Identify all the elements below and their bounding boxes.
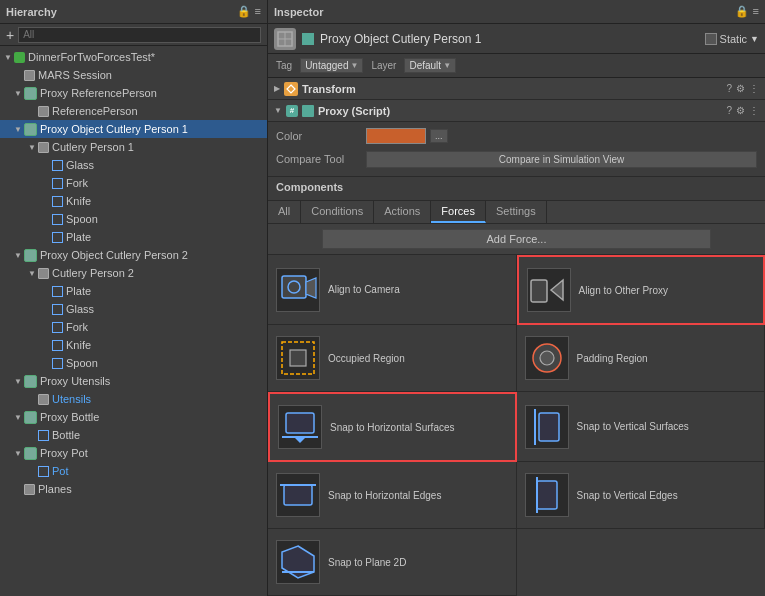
tree-item-plate2[interactable]: Plate [0, 282, 267, 300]
proxy-body: Color ... Compare Tool Compare in Simula… [268, 122, 765, 177]
tree-item-spoon2[interactable]: Spoon [0, 354, 267, 372]
transform-header[interactable]: ▶ Transform ? ⚙ ⋮ [268, 78, 765, 100]
hierarchy-header: Hierarchy 🔒 ≡ [0, 0, 267, 24]
force-item-align-proxy[interactable]: Align to Other Proxy [517, 255, 766, 325]
tree-label: Proxy Object Cutlery Person 2 [40, 249, 188, 261]
tag-layer-bar: Tag Untagged ▼ Layer Default ▼ [268, 54, 765, 78]
force-item-snap-vert-edges[interactable]: Snap to Vertical Edges [517, 462, 766, 529]
force-label-padding-region: Padding Region [577, 352, 648, 365]
static-dropdown[interactable]: ▼ [750, 34, 759, 44]
force-item-snap-horiz-edges[interactable]: Snap to Horizontal Edges [268, 462, 517, 529]
tree-item-fork1[interactable]: Fork [0, 174, 267, 192]
tree-item-pot[interactable]: Pot [0, 462, 267, 480]
force-item-snap-horizontal[interactable]: Snap to Horizontal Surfaces [268, 392, 517, 462]
settings-icon2[interactable]: ⚙ [736, 105, 745, 116]
object-name: Proxy Object Cutlery Person 1 [320, 32, 699, 46]
active-checkbox[interactable] [302, 33, 314, 45]
tree-label: Plate [66, 285, 91, 297]
tag-value: Untagged [305, 60, 348, 71]
components-label: Components [276, 181, 757, 193]
tab-settings[interactable]: Settings [486, 201, 547, 223]
tree-item-glass1[interactable]: Glass [0, 156, 267, 174]
tree-item-spoon1[interactable]: Spoon [0, 210, 267, 228]
tree-item-fork2[interactable]: Fork [0, 318, 267, 336]
svg-rect-9 [290, 350, 306, 366]
tree-item-proxybottle[interactable]: ▼Proxy Bottle [0, 408, 267, 426]
tab-conditions[interactable]: Conditions [301, 201, 374, 223]
inspector-top-bar: Proxy Object Cutlery Person 1 Static ▼ [268, 24, 765, 54]
layer-value: Default [409, 60, 441, 71]
tree-item-bottle[interactable]: Bottle [0, 426, 267, 444]
hierarchy-tree: ▼DinnerForTwoForcesTest*MARS Session▼Pro… [0, 46, 267, 596]
force-label-snap-vertical-surf: Snap to Vertical Surfaces [577, 420, 689, 433]
add-force-row: Add Force... [268, 224, 765, 255]
tag-arrow: ▼ [351, 61, 359, 70]
tree-item-planes[interactable]: Planes [0, 480, 267, 498]
search-input[interactable] [18, 27, 261, 43]
force-item-padding-region[interactable]: Padding Region [517, 325, 766, 392]
svg-marker-7 [551, 280, 563, 300]
svg-rect-15 [539, 413, 559, 441]
tree-label: MARS Session [38, 69, 112, 81]
static-checkbox[interactable] [705, 33, 717, 45]
menu-dots[interactable]: ⋮ [749, 83, 759, 94]
inspector-header: Inspector 🔒 ≡ [268, 0, 765, 24]
hierarchy-title: Hierarchy [6, 6, 57, 18]
game-object-icon [274, 28, 296, 50]
tree-item-mars[interactable]: MARS Session [0, 66, 267, 84]
tree-item-cutlery2[interactable]: ▼Cutlery Person 2 [0, 264, 267, 282]
tree-item-dinner[interactable]: ▼DinnerForTwoForcesTest* [0, 48, 267, 66]
tag-label: Tag [276, 60, 292, 71]
tree-item-glass2[interactable]: Glass [0, 300, 267, 318]
tree-item-knife2[interactable]: Knife [0, 336, 267, 354]
menu-dots2[interactable]: ⋮ [749, 105, 759, 116]
tree-label: Pot [52, 465, 69, 477]
force-thumb-snap-plane-2d [276, 540, 320, 584]
tree-item-refperson[interactable]: ▼Proxy ReferencePerson [0, 84, 267, 102]
force-item-occupied-region[interactable]: Occupied Region [268, 325, 517, 392]
transform-controls: ? ⚙ ⋮ [726, 83, 759, 94]
proxy-script-header[interactable]: ▼ # Proxy (Script) ? ⚙ ⋮ [268, 100, 765, 122]
lock-icon[interactable]: 🔒 [237, 5, 251, 18]
tree-item-refperson2[interactable]: ReferencePerson [0, 102, 267, 120]
tree-item-proxy1[interactable]: ▼Proxy Object Cutlery Person 1 [0, 120, 267, 138]
tab-forces[interactable]: Forces [431, 201, 486, 223]
force-item-align-camera[interactable]: Align to Camera [268, 255, 517, 325]
lock-icon[interactable]: 🔒 [735, 5, 749, 18]
compare-tool-label: Compare Tool [276, 153, 366, 165]
menu-icon[interactable]: ≡ [255, 5, 261, 18]
color-swatch[interactable] [366, 128, 426, 144]
tree-label: Cutlery Person 2 [52, 267, 134, 279]
tree-item-proxy2[interactable]: ▼Proxy Object Cutlery Person 2 [0, 246, 267, 264]
settings-icon[interactable]: ⚙ [736, 83, 745, 94]
static-label: Static [720, 33, 748, 45]
tab-all[interactable]: All [268, 201, 301, 223]
tree-label: Proxy Bottle [40, 411, 99, 423]
proxy-icon: # [286, 105, 298, 117]
tree-label: Fork [66, 177, 88, 189]
proxy-checkbox[interactable] [302, 105, 314, 117]
layer-dropdown[interactable]: Default ▼ [404, 58, 456, 73]
force-item-snap-plane-2d[interactable]: Snap to Plane 2D [268, 529, 517, 596]
tree-item-knife1[interactable]: Knife [0, 192, 267, 210]
help-icon[interactable]: ? [726, 83, 732, 94]
menu-icon[interactable]: ≡ [753, 5, 759, 18]
color-edit-btn[interactable]: ... [430, 129, 448, 143]
tabs-bar: AllConditionsActionsForcesSettings [268, 201, 765, 224]
tree-item-proxypot[interactable]: ▼Proxy Pot [0, 444, 267, 462]
tag-dropdown[interactable]: Untagged ▼ [300, 58, 363, 73]
tab-actions[interactable]: Actions [374, 201, 431, 223]
add-button[interactable]: + [6, 28, 14, 42]
force-item-snap-vertical-surf[interactable]: Snap to Vertical Surfaces [517, 392, 766, 462]
compare-btn[interactable]: Compare in Simulation View [366, 151, 757, 168]
hierarchy-header-icons: 🔒 ≡ [237, 5, 261, 18]
add-force-btn[interactable]: Add Force... [322, 229, 712, 249]
tree-item-utensils[interactable]: Utensils [0, 390, 267, 408]
transform-label: Transform [302, 83, 726, 95]
tree-item-proxyutensils[interactable]: ▼Proxy Utensils [0, 372, 267, 390]
help-icon2[interactable]: ? [726, 105, 732, 116]
tree-label: Fork [66, 321, 88, 333]
tree-item-plate1[interactable]: Plate [0, 228, 267, 246]
tree-item-cutlery1[interactable]: ▼Cutlery Person 1 [0, 138, 267, 156]
tree-label: Proxy Utensils [40, 375, 110, 387]
